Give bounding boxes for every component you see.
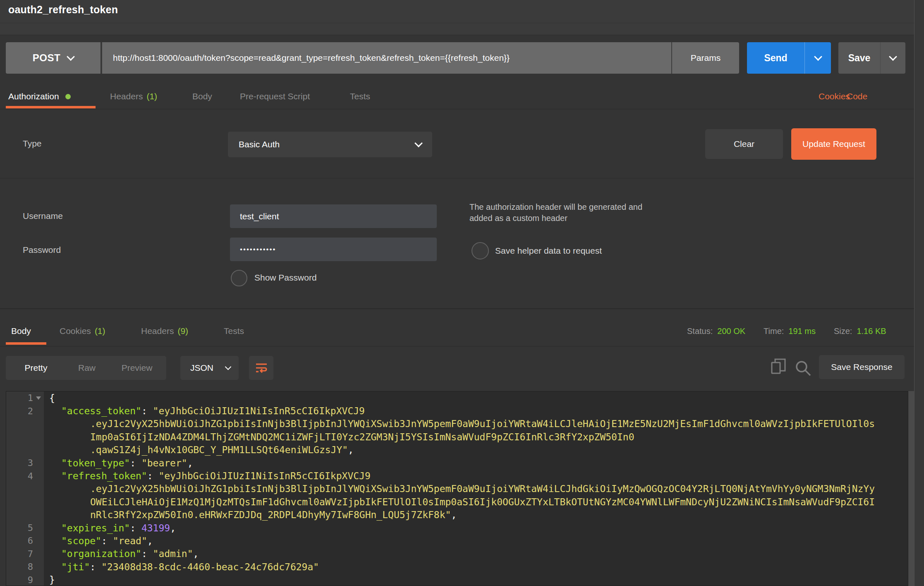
tab-label: Pre-request Script [240, 91, 310, 101]
line-number-cell: 6 [6, 536, 44, 546]
token-str: .qawS1Z4j_h4vNx10GBC_Y_PHM1LLSQt64eniWLG… [90, 444, 348, 455]
code-text: { [44, 393, 55, 403]
send-options-button[interactable] [804, 42, 831, 74]
line-number-cell: 1 [6, 393, 44, 403]
chevron-down-icon [814, 53, 822, 61]
response-tab-headers[interactable]: Headers(9) [141, 326, 188, 336]
line-number: 8 [6, 562, 33, 572]
code-line: 4"refresh_token": "eyJhbGciOiJIUzI1NiIsI… [6, 469, 908, 482]
line-number: 4 [6, 471, 33, 481]
url-input[interactable]: http://host1:8000/oauth/token?scope=read… [101, 42, 671, 74]
auth-helper-note-line2: added as a custom header [469, 213, 685, 224]
chevron-down-icon [225, 363, 232, 370]
auth-configured-dot-icon [65, 94, 71, 99]
save-helper-toggle[interactable] [472, 242, 489, 259]
tab-count-badge: (1) [146, 91, 157, 101]
fold-caret-icon[interactable] [36, 396, 41, 400]
response-tab-cookies[interactable]: Cookies(1) [60, 326, 105, 336]
code-line: 9} [6, 573, 908, 586]
request-tabs: AuthorizationHeaders(1)BodyPre-request S… [0, 83, 924, 109]
meta-value: 1.16 KB [857, 327, 886, 336]
copy-button[interactable] [770, 358, 787, 377]
chevron-down-icon [414, 139, 423, 147]
code-text: "expires_in": 43199, [44, 523, 176, 533]
token-str: "23408d38-8cdc-4460-beac-24c76dc7629a" [101, 562, 319, 572]
line-number-cell: 8 [6, 562, 44, 572]
token-key: "token_type" [61, 458, 130, 468]
save-options-button[interactable] [880, 42, 905, 74]
response-tab-tests[interactable]: Tests [224, 326, 244, 336]
token-punct: , [170, 523, 176, 533]
line-number: 7 [6, 549, 33, 559]
tab-body[interactable]: Body [192, 91, 212, 101]
password-value: ••••••••••• [230, 245, 276, 254]
token-punct: , [147, 536, 153, 546]
view-preview[interactable]: Preview [108, 356, 166, 380]
params-button[interactable]: Params [671, 42, 739, 74]
code-text: "scope": "read", [44, 536, 153, 546]
tab-pre-request-script[interactable]: Pre-request Script [240, 91, 310, 101]
view-pretty[interactable]: Pretty [6, 356, 66, 380]
token-punct: : [147, 471, 159, 481]
token-punct: : [101, 536, 113, 546]
view-raw[interactable]: Raw [66, 356, 108, 380]
auth-type-dropdown[interactable]: Basic Auth [228, 132, 432, 157]
line-number-cell: 5 [6, 523, 44, 533]
save-label[interactable]: Save [838, 42, 880, 74]
response-tab-body[interactable]: Body [11, 326, 31, 336]
code-text: .qawS1Z4j_h4vNx10GBC_Y_PHM1LLSQt64eniWLG… [44, 444, 354, 455]
active-tab-indicator [6, 342, 46, 345]
tab-authorization[interactable]: Authorization [8, 91, 71, 101]
token-key: "scope" [61, 536, 101, 546]
password-input[interactable]: ••••••••••• [230, 238, 437, 261]
code-text: "jti": "23408d38-8cdc-4460-beac-24c76dc7… [44, 562, 319, 572]
send-label[interactable]: Send [747, 42, 804, 74]
tab-label: Tests [224, 326, 244, 336]
save-helper-label: Save helper data to request [495, 246, 602, 256]
tab-count-badge: (9) [177, 326, 188, 336]
code-text: OWEiLCJleHAiOjE1MzQ1MjQzMTQsImF1dGhvcml0… [44, 497, 875, 507]
code-line: 1{ [6, 391, 908, 404]
send-button[interactable]: Send [747, 42, 831, 74]
method-dropdown[interactable]: POST [6, 42, 101, 74]
url-text: http://host1:8000/oauth/token?scope=read… [102, 53, 510, 63]
username-input[interactable]: test_client [230, 204, 437, 228]
window-edge [914, 0, 924, 586]
token-str: OWEiLCJleHAiOjE1MzQ1MjQzMTQsImF1dGhvcml0… [90, 497, 875, 507]
password-label: Password [23, 245, 61, 255]
scrollbar[interactable] [908, 391, 914, 586]
code-line: 7"organization": "admin", [6, 548, 908, 560]
response-status: Status:200 OK [687, 327, 745, 336]
tab-tests[interactable]: Tests [350, 91, 370, 101]
divider [0, 346, 924, 346]
divider [0, 109, 924, 109]
save-response-button[interactable]: Save Response [819, 355, 905, 379]
response-view-switcher: PrettyRawPreview [6, 356, 166, 380]
token-punct: : [130, 458, 141, 468]
tab-label: Headers [110, 91, 143, 101]
tab-label: Tests [350, 91, 370, 101]
line-number-cell: 4 [6, 471, 44, 481]
show-password-toggle[interactable] [231, 270, 247, 286]
token-str: "eyJhbGciOiJIUzI1NiIsInR5cCI6IkpXVCJ9 [158, 471, 370, 481]
search-button[interactable] [794, 359, 812, 377]
line-number: 1 [6, 393, 33, 403]
token-punct: , [451, 509, 457, 520]
code-line: OWEiLCJleHAiOjE1MzQ1MjQzMTQsImF1dGhvcml0… [6, 495, 908, 508]
token-punct: : [90, 562, 101, 572]
code-link[interactable]: Code [847, 91, 867, 101]
tab-headers[interactable]: Headers(1) [110, 91, 157, 101]
token-str: nRlc3RfY2xpZW50In0.eHRWxFZDJDq_2RDPL4Dhy… [90, 509, 451, 520]
clear-button[interactable]: Clear [705, 129, 783, 159]
cookies-link[interactable]: Cookies [819, 91, 850, 101]
save-button[interactable]: Save [838, 42, 905, 74]
title-bar-divider [0, 23, 924, 23]
token-str: "bearer" [141, 458, 187, 468]
token-str: "eyJhbGciOiJIUzI1NiIsInR5cCI6IkpXVCJ9 [153, 406, 365, 416]
token-key: "organization" [61, 548, 141, 559]
wrap-text-button[interactable] [249, 356, 273, 380]
format-dropdown[interactable]: JSON [180, 356, 239, 380]
show-password-label: Show Password [254, 273, 317, 283]
update-request-button[interactable]: Update Request [791, 128, 876, 160]
line-number: 9 [6, 575, 33, 585]
